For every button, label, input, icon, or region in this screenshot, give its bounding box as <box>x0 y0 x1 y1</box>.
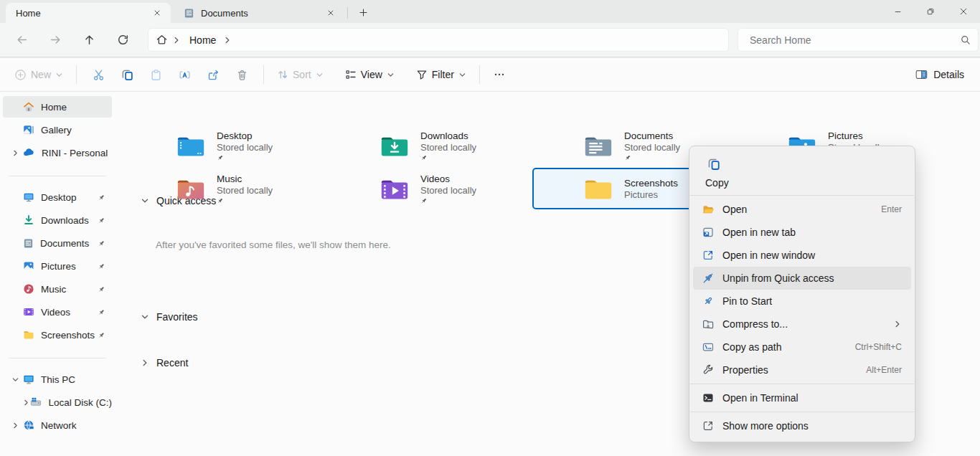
title-bar: Home Documents <box>0 0 980 23</box>
paste-button[interactable] <box>141 62 170 87</box>
breadcrumb-home-segment[interactable]: Home <box>189 34 216 46</box>
tile-subtitle: Stored locally <box>624 142 680 153</box>
sidebar-item-label: Music <box>41 284 98 295</box>
filter-button[interactable]: Filter <box>410 65 472 85</box>
sort-button-label: Sort <box>293 69 311 80</box>
sidebar-item-label: Local Disk (C:) <box>48 397 112 408</box>
sidebar-item-onedrive[interactable]: RINI - Personal <box>3 142 112 163</box>
file-explorer-window: Home Documents <box>0 0 980 456</box>
tile-name: Documents <box>624 130 680 142</box>
breadcrumb-chevron-icon <box>172 36 181 44</box>
sidebar-item-videos[interactable]: Videos <box>3 301 112 323</box>
tile-music[interactable]: Music Stored locally <box>125 168 340 209</box>
chevron-down-icon <box>458 71 466 79</box>
search-box[interactable] <box>738 28 979 52</box>
menu-item-open-in-terminal[interactable]: Open in Terminal <box>693 386 911 409</box>
menu-item-open-in-new-window[interactable]: Open in new window <box>693 244 911 267</box>
sidebar-item-desktop[interactable]: Desktop <box>3 186 112 208</box>
expand-chevron-icon[interactable] <box>7 419 23 431</box>
sidebar-item-local-disk-c[interactable]: Local Disk (C:) <box>3 391 112 413</box>
favorites-empty-message: After you've favorited some files, we'll… <box>156 239 391 250</box>
copy-button[interactable] <box>113 62 141 87</box>
sort-button[interactable]: Sort <box>271 65 329 85</box>
sidebar-item-network[interactable]: Network <box>3 414 112 436</box>
restore-button[interactable] <box>914 0 947 23</box>
tab-home[interactable]: Home <box>6 3 171 23</box>
sidebar-item-gallery[interactable]: Gallery <box>3 119 112 141</box>
minimize-button[interactable] <box>881 0 914 23</box>
command-bar: New Sort View <box>0 58 980 92</box>
tile-subtitle: Stored locally <box>217 142 273 153</box>
sidebar-item-pictures[interactable]: Pictures <box>3 255 112 277</box>
tile-name: Pictures <box>828 130 884 142</box>
tile-name: Screenshots <box>624 178 678 189</box>
tile-downloads[interactable]: Downloads Stored locally <box>329 125 544 166</box>
sidebar-item-label: RINI - Personal <box>42 148 112 158</box>
search-icon[interactable] <box>960 34 971 45</box>
tab-divider <box>347 7 348 19</box>
favorites-section-header[interactable]: Favorites <box>141 311 198 323</box>
sidebar-item-documents[interactable]: Documents <box>3 232 112 254</box>
sidebar-item-this-pc[interactable]: This PC <box>3 369 112 390</box>
expand-chevron-icon[interactable] <box>22 396 30 408</box>
sidebar-item-screenshots[interactable]: Screenshots <box>3 324 112 346</box>
pictures-icon <box>23 260 34 272</box>
menu-item-pin-to-start[interactable]: Pin to Start <box>693 290 911 313</box>
music-folder-icon <box>176 177 205 201</box>
refresh-button[interactable] <box>110 28 135 52</box>
tab-documents-close-button[interactable] <box>323 5 339 21</box>
pin-icon <box>98 262 105 270</box>
sidebar-item-music[interactable]: Music <box>3 278 112 300</box>
cut-icon <box>93 69 105 81</box>
pin-icon <box>98 217 105 224</box>
cut-button[interactable] <box>84 62 113 87</box>
more-options-button[interactable] <box>487 62 512 87</box>
recent-section-header[interactable]: Recent <box>141 357 188 369</box>
open-new-tab-icon <box>702 227 714 238</box>
shortcut-label: Alt+Enter <box>866 365 902 375</box>
new-tab-button[interactable] <box>354 4 372 21</box>
expand-chevron-icon[interactable] <box>7 147 23 158</box>
new-button[interactable]: New <box>9 65 69 85</box>
breadcrumb-chevron-icon[interactable] <box>223 36 232 44</box>
collapse-chevron-icon[interactable] <box>7 374 23 385</box>
search-input[interactable] <box>748 34 960 47</box>
sidebar-item-label: Home <box>41 102 112 113</box>
home-icon <box>23 101 34 113</box>
menu-item-unpin-from-quick-access[interactable]: Unpin from Quick access <box>693 267 911 290</box>
tab-documents[interactable]: Documents <box>174 3 344 23</box>
menu-item-copy-as-path[interactable]: Copy as path Ctrl+Shift+C <box>693 336 911 358</box>
back-button[interactable] <box>9 28 34 52</box>
context-menu-icon-strip: Copy <box>689 146 915 193</box>
refresh-icon <box>117 34 129 46</box>
up-button[interactable] <box>77 28 101 52</box>
sidebar-item-label: Downloads <box>41 215 98 226</box>
delete-button[interactable] <box>227 62 256 87</box>
pin-icon <box>98 308 105 316</box>
sidebar-item-downloads[interactable]: Downloads <box>3 209 112 231</box>
sidebar-item-home[interactable]: Home <box>3 96 112 118</box>
pin-icon <box>98 331 105 339</box>
downloads-icon <box>23 214 34 226</box>
address-bar[interactable]: Home <box>148 28 729 52</box>
view-button[interactable]: View <box>339 65 400 85</box>
tile-videos[interactable]: Videos Stored locally <box>329 168 544 209</box>
tile-desktop[interactable]: Desktop Stored locally <box>125 125 340 166</box>
rename-button[interactable] <box>170 62 199 87</box>
details-pane-button[interactable]: Details <box>910 65 970 85</box>
forward-button[interactable] <box>43 28 67 52</box>
share-button[interactable] <box>199 62 227 87</box>
filter-icon <box>416 69 428 80</box>
menu-item-show-more-options[interactable]: Show more options <box>693 414 911 437</box>
sort-icon <box>277 69 288 80</box>
menu-item-compress-to[interactable]: Compress to... <box>693 313 911 336</box>
copy-button[interactable] <box>705 157 722 171</box>
menu-item-open-in-new-tab[interactable]: Open in new tab <box>693 221 911 244</box>
pin-icon <box>98 285 105 293</box>
menu-item-properties[interactable]: Properties Alt+Enter <box>693 358 911 381</box>
tile-name: Videos <box>420 174 476 185</box>
up-arrow-icon <box>83 34 95 46</box>
tab-home-close-button[interactable] <box>149 5 165 21</box>
menu-item-open[interactable]: Open Enter <box>693 198 911 221</box>
close-window-button[interactable] <box>947 0 980 23</box>
